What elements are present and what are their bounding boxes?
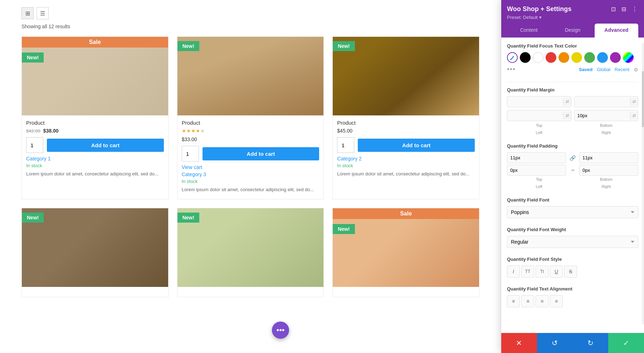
font-uppercase-button[interactable]: TT	[521, 265, 534, 278]
panel-preset[interactable]: Preset: Default ▾	[507, 15, 638, 20]
color-swatch-green[interactable]	[584, 52, 595, 63]
shop-area: ⊞ ☰ Showing all 12 results Sale New! Pro…	[0, 0, 501, 353]
new-badge: New!	[22, 53, 44, 63]
product-price: $33.00	[182, 136, 319, 142]
margin-bottom-input[interactable]	[575, 96, 630, 107]
padding-left-field	[507, 165, 566, 176]
padding-link-button[interactable]: 🔗	[567, 152, 578, 163]
font-strikethrough-button[interactable]: S	[564, 265, 577, 278]
redo-button[interactable]: ↻	[573, 333, 609, 353]
color-tab-saved[interactable]: Saved	[579, 67, 592, 73]
qty-focus-text-color-section: Quantity Field Focus Text Color •••	[507, 43, 638, 73]
svg-point-0	[510, 59, 511, 60]
qty-focus-text-color-label: Quantity Field Focus Text Color	[507, 43, 638, 49]
qty-font-weight-label: Quantity Field Font Weight	[507, 227, 638, 232]
add-to-cart-button[interactable]: Add to cart	[358, 139, 475, 152]
color-swatch-purple[interactable]	[610, 52, 621, 63]
color-tab-global[interactable]: Global	[597, 67, 610, 73]
color-swatch-white[interactable]	[533, 52, 543, 63]
qty-font-select[interactable]: Poppins Default Roboto Open Sans Lato Mo…	[507, 206, 638, 218]
tab-content[interactable]: Content	[507, 24, 551, 38]
color-tab-recent[interactable]: Recent	[615, 67, 629, 73]
margin-top-label: Top	[507, 123, 571, 128]
panel-expand-icon[interactable]: ⊟	[621, 5, 627, 13]
margin-left-input[interactable]	[507, 110, 563, 121]
qty-font-style-section: Quantity Field Font Style I TT Tt U S	[507, 257, 638, 278]
font-underline-button[interactable]: U	[550, 265, 563, 278]
padding-right-field	[579, 165, 638, 176]
quantity-input[interactable]	[182, 146, 199, 161]
sale-badge: Sale	[333, 208, 479, 219]
add-to-cart-button[interactable]: Add to cart	[203, 147, 319, 160]
product-name: Product	[182, 120, 319, 126]
panel-scrollbar[interactable]	[642, 43, 644, 324]
view-cart-link[interactable]: View cart	[182, 164, 319, 170]
quantity-input[interactable]	[26, 137, 43, 153]
panel-responsive-icon[interactable]: ⊡	[610, 5, 616, 13]
panel-footer: ✕ ↺ ↻ ✓	[501, 333, 644, 353]
panel-header-top: Woo Shop + Settings ⊡ ⊟ ⋮	[507, 5, 638, 13]
align-left-button[interactable]: ≡	[507, 295, 520, 307]
cancel-button[interactable]: ✕	[501, 333, 537, 353]
in-stock-label: In stock	[182, 179, 319, 184]
qty-font-label: Quantity Field Font	[507, 197, 638, 203]
margin-left-field: ⇄	[507, 110, 571, 121]
color-swatch-red[interactable]	[546, 52, 556, 63]
padding-top-field	[507, 152, 566, 163]
color-swatch-custom[interactable]	[623, 52, 634, 63]
color-swatch-black[interactable]	[520, 52, 531, 63]
list-view-button[interactable]: ☰	[36, 7, 49, 19]
category-link[interactable]: Category 2	[337, 156, 475, 161]
margin-top-field: ⇄	[507, 96, 571, 107]
color-more-dots[interactable]: •••	[507, 66, 516, 73]
color-swatch-blue[interactable]	[597, 52, 608, 63]
category-link[interactable]: Category 3	[182, 171, 319, 177]
font-italic-button[interactable]: I	[507, 265, 520, 278]
color-tab-links: Saved Global Recent ⚙	[579, 67, 638, 73]
padding-bottom-input[interactable]	[580, 153, 638, 163]
color-swatch-yellow[interactable]	[571, 52, 582, 63]
results-count: Showing all 12 results	[21, 24, 479, 29]
align-center-button[interactable]: ≡	[521, 295, 534, 307]
margin-inputs-grid: ⇄ ⇄ ⇄ ⇄	[507, 96, 638, 121]
padding-top-input[interactable]	[507, 153, 566, 163]
floating-action-button[interactable]: •••	[272, 322, 289, 339]
new-badge: New!	[22, 213, 44, 223]
price-single: $33.00	[182, 136, 197, 142]
color-swatch-orange[interactable]	[558, 52, 569, 63]
align-right-button[interactable]: ≡	[536, 295, 548, 307]
color-settings-gear-icon[interactable]: ⚙	[634, 67, 638, 73]
color-swatch-transparent[interactable]	[507, 52, 518, 63]
margin-right-input[interactable]	[575, 110, 630, 121]
qty-text-alignment-section: Quantity Field Text Alignment ≡ ≡ ≡ ≡	[507, 286, 638, 307]
sale-badge: Sale	[22, 37, 168, 48]
category-link[interactable]: Category 1	[26, 156, 164, 161]
grid-view-button[interactable]: ⊞	[21, 7, 34, 19]
padding-right-input[interactable]	[580, 165, 638, 175]
padding-left-input[interactable]	[507, 165, 566, 175]
panel-more-icon[interactable]: ⋮	[631, 5, 638, 13]
tab-advanced[interactable]: Advanced	[595, 24, 638, 38]
new-badge: New!	[333, 41, 355, 51]
product-image-wrapper: New!	[22, 208, 168, 287]
divider	[507, 82, 638, 82]
product-info: Product ★★★★★ $33.00 Add to cart View ca…	[177, 120, 324, 193]
font-capitalize-button[interactable]: Tt	[536, 265, 548, 278]
add-to-cart-button[interactable]: Add to cart	[47, 139, 164, 152]
qty-margin-label: Quantity Field Margin	[507, 87, 638, 93]
qty-text-alignment-label: Quantity Field Text Alignment	[507, 286, 638, 292]
margin-top-input[interactable]	[507, 96, 563, 107]
undo-button[interactable]: ↺	[537, 333, 573, 353]
align-justify-button[interactable]: ≡	[550, 295, 563, 307]
product-description: Lorem ipsum dolor sit amet, consectetur …	[182, 186, 319, 193]
tab-design[interactable]: Design	[551, 24, 594, 38]
margin-right-field: ⇄	[574, 110, 639, 121]
panel-tabs: Content Design Advanced	[507, 24, 638, 38]
product-card: New!	[177, 208, 324, 297]
qty-font-weight-select[interactable]: Regular Thin Light Medium Semi Bold Bold…	[507, 236, 638, 248]
padding-right-label: Right	[574, 184, 639, 189]
product-info: Product $45.00 Add to cart Category 2 In…	[333, 120, 479, 178]
quantity-input[interactable]	[337, 137, 354, 153]
save-button[interactable]: ✓	[608, 333, 644, 353]
product-image-wrapper: New!	[333, 37, 479, 115]
